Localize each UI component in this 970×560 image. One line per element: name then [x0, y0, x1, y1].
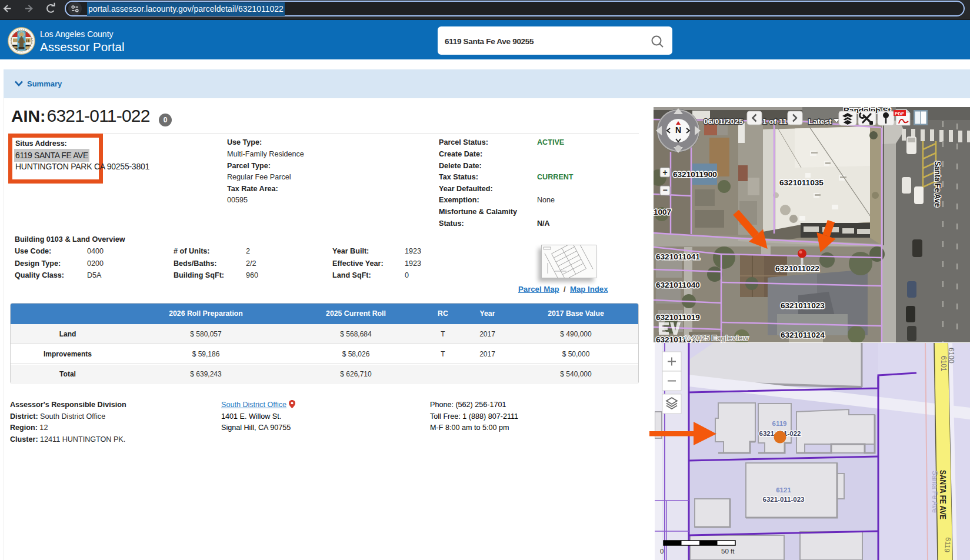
svg-text:6119: 6119	[943, 537, 952, 553]
svg-text:0: 0	[660, 548, 664, 555]
svg-text:Santa Fe Ave: Santa Fe Ave	[933, 161, 942, 207]
svg-text:+: +	[662, 168, 667, 177]
svg-text:−: −	[662, 185, 667, 195]
svg-text:SANTA FE AVE: SANTA FE AVE	[938, 470, 948, 519]
svg-text:6321011040: 6321011040	[656, 281, 700, 289]
svg-text:PDF: PDF	[895, 111, 904, 116]
svg-text:6321011022: 6321011022	[775, 264, 819, 273]
svg-text:6321011041: 6321011041	[656, 252, 700, 261]
svg-text:1 of 11: 1 of 11	[762, 117, 788, 126]
svg-text:6321011024: 6321011024	[781, 331, 825, 339]
svg-text:6321011035: 6321011035	[779, 178, 824, 187]
svg-text:6100: 6100	[947, 348, 955, 364]
svg-text:N: N	[675, 125, 681, 135]
svg-text:06/01/2025: 06/01/2025	[704, 117, 744, 126]
svg-text:6101: 6101	[939, 356, 948, 372]
svg-text:6119: 6119	[772, 420, 787, 427]
svg-text:6121: 6121	[776, 486, 791, 494]
svg-text:6321011023: 6321011023	[781, 301, 825, 310]
svg-text:50 ft: 50 ft	[721, 548, 735, 555]
svg-text:6321011900: 6321011900	[673, 170, 717, 179]
svg-text:Latest: Latest	[808, 117, 832, 126]
svg-text:1011007: 1011007	[654, 208, 671, 216]
svg-text:6321011019: 6321011019	[656, 313, 700, 322]
svg-text:Santa Fe Ave: Santa Fe Ave	[931, 471, 939, 513]
svg-text:© 2025 Eagleview: © 2025 Eagleview	[685, 334, 749, 342]
svg-text:6321-011-023: 6321-011-023	[763, 496, 805, 503]
